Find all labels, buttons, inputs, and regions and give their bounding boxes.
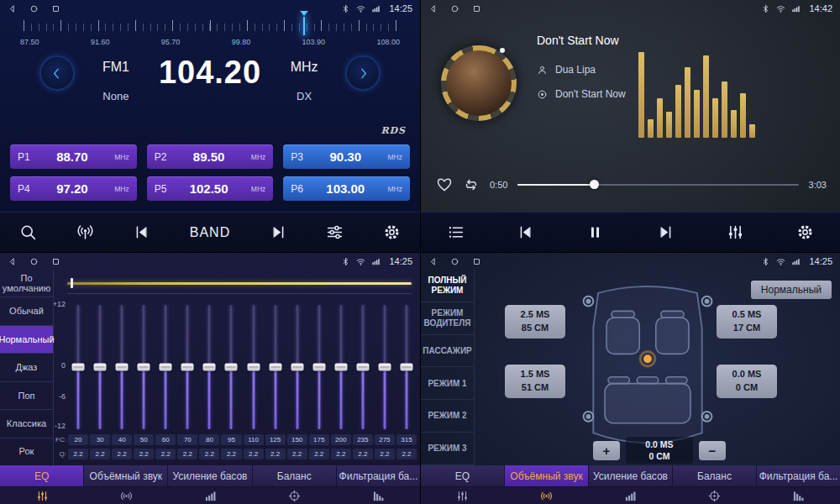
- eq-band-slider[interactable]: [133, 305, 155, 429]
- frequency-ruler[interactable]: [24, 20, 396, 35]
- eq-master-slider[interactable]: [67, 278, 412, 288]
- seek-down-button[interactable]: [41, 57, 73, 89]
- settings-gear-icon[interactable]: [383, 223, 401, 241]
- next-track-icon[interactable]: [270, 223, 287, 241]
- eq-band-slider[interactable]: [176, 305, 198, 429]
- recents-icon[interactable]: [51, 4, 60, 13]
- broadcast-icon[interactable]: [76, 223, 94, 241]
- progress-knob[interactable]: [590, 180, 599, 189]
- home-icon[interactable]: [450, 257, 459, 266]
- album-ring-marker: [500, 48, 505, 53]
- eq-preset-jazz[interactable]: Джаз: [0, 354, 53, 381]
- delay-decrease-button[interactable]: −: [699, 441, 726, 460]
- tab-icon-cell[interactable]: [505, 487, 589, 504]
- tab-bass-boost[interactable]: Усиление басов: [168, 465, 252, 486]
- clock: 14:25: [809, 256, 832, 266]
- preset-button-p4[interactable]: P4 97.20 MHz: [10, 176, 137, 201]
- favorite-heart-icon[interactable]: [436, 176, 453, 193]
- artist-row: Dua Lipa: [537, 64, 596, 76]
- home-icon[interactable]: [29, 257, 39, 266]
- eq-band-slider[interactable]: [155, 305, 176, 429]
- tab-surround[interactable]: Объёмный звук: [84, 465, 168, 486]
- preset-button-p1[interactable]: P1 88.70 MHz: [10, 144, 137, 169]
- tab-icon-cell[interactable]: [168, 487, 252, 504]
- eq-band-slider[interactable]: [374, 305, 396, 429]
- tab-balance[interactable]: Баланс: [253, 465, 337, 486]
- pause-icon[interactable]: [586, 223, 604, 241]
- eq-band-slider[interactable]: [352, 305, 374, 429]
- tune-sliders-icon[interactable]: [326, 223, 344, 241]
- preset-button-p3[interactable]: P3 90.30 MHz: [283, 144, 410, 169]
- tab-filtering[interactable]: Фильтрация ба...: [337, 465, 420, 486]
- mode-passenger[interactable]: ПАССАЖИР: [421, 335, 474, 368]
- mode-driver[interactable]: РЕЖИМ ВОДИТЕЛЯ: [421, 302, 474, 335]
- recents-icon[interactable]: [472, 257, 481, 266]
- sound-profile-button[interactable]: Нормальный: [751, 281, 832, 299]
- eq-band-slider[interactable]: [308, 305, 330, 429]
- mode-3[interactable]: РЕЖИМ 3: [421, 433, 474, 465]
- tab-eq[interactable]: EQ: [0, 465, 84, 486]
- eq-preset-classic[interactable]: Классика: [0, 410, 53, 438]
- delay-rear-right-button[interactable]: 0.0 MS 0 CM: [717, 365, 777, 398]
- settings-gear-icon[interactable]: [796, 223, 814, 241]
- tab-icon-cell[interactable]: [756, 487, 840, 504]
- repeat-icon[interactable]: [463, 176, 480, 193]
- seek-up-button[interactable]: [347, 57, 379, 89]
- eq-band-slider[interactable]: [286, 305, 308, 429]
- tab-icon-cell[interactable]: [589, 487, 673, 504]
- mode-full[interactable]: ПОЛНЫЙ РЕЖИМ: [421, 270, 474, 302]
- eq-preset-custom[interactable]: Обычай: [0, 297, 53, 325]
- eq-band-slider[interactable]: [330, 305, 352, 429]
- previous-track-icon[interactable]: [517, 223, 534, 241]
- recents-icon[interactable]: [51, 257, 60, 266]
- tab-balance[interactable]: Баланс: [673, 465, 757, 486]
- eq-preset-normal[interactable]: Нормальный: [0, 326, 53, 354]
- back-icon[interactable]: [8, 4, 17, 13]
- back-icon[interactable]: [428, 4, 438, 13]
- eq-band-slider[interactable]: [220, 305, 242, 429]
- back-icon[interactable]: [8, 257, 17, 266]
- search-icon[interactable]: [19, 223, 37, 241]
- next-track-icon[interactable]: [657, 223, 675, 241]
- mode-1[interactable]: РЕЖИМ 1: [421, 367, 474, 400]
- back-icon[interactable]: [428, 257, 438, 266]
- eq-fc-value: 275: [375, 434, 395, 445]
- eq-band-slider[interactable]: [111, 305, 133, 429]
- preset-button-p5[interactable]: P5 102.50 MHz: [147, 176, 274, 201]
- eq-band-slider[interactable]: [243, 305, 265, 429]
- home-icon[interactable]: [29, 4, 39, 13]
- equalizer-icon[interactable]: [727, 223, 744, 241]
- mode-2[interactable]: РЕЖИМ 2: [421, 400, 474, 433]
- playlist-icon[interactable]: [447, 223, 465, 241]
- preset-button-p2[interactable]: P2 89.50 MHz: [147, 144, 274, 169]
- tab-bass-boost[interactable]: Усиление басов: [589, 465, 673, 486]
- delay-front-left-button[interactable]: 2.5 MS 85 CM: [505, 305, 565, 339]
- tab-icon-cell[interactable]: [672, 487, 756, 504]
- previous-track-icon[interactable]: [133, 223, 150, 241]
- delay-increase-button[interactable]: +: [593, 441, 620, 460]
- band-button[interactable]: BAND: [190, 225, 230, 240]
- eq-band-slider[interactable]: [198, 305, 220, 429]
- tab-icon-cell[interactable]: [0, 487, 84, 504]
- eq-band-slider[interactable]: [265, 305, 286, 429]
- delay-front-right-button[interactable]: 0.5 MS 17 CM: [717, 305, 777, 339]
- eq-preset-pop[interactable]: Поп: [0, 382, 53, 410]
- tab-icon-cell[interactable]: [421, 487, 505, 504]
- eq-band-slider[interactable]: [396, 305, 417, 429]
- tab-icon-cell[interactable]: [336, 487, 420, 504]
- eq-preset-rock[interactable]: Рок: [0, 438, 53, 465]
- tab-eq[interactable]: EQ: [421, 465, 505, 486]
- eq-band-slider[interactable]: [67, 305, 89, 429]
- eq-preset-default[interactable]: По умолчанию: [0, 270, 53, 297]
- delay-rear-left-button[interactable]: 1.5 MS 51 CM: [505, 365, 565, 398]
- tab-icon-cell[interactable]: [84, 487, 168, 504]
- eq-band-slider[interactable]: [89, 305, 111, 429]
- preset-button-p6[interactable]: P6 103.00 MHz: [283, 176, 410, 201]
- seek-bar[interactable]: [517, 179, 798, 191]
- tab-filtering[interactable]: Фильтрация ба...: [757, 465, 840, 486]
- home-icon[interactable]: [450, 4, 459, 13]
- tab-icon-cell[interactable]: [252, 487, 336, 504]
- eq-master-slider-handle[interactable]: [71, 278, 73, 288]
- recents-icon[interactable]: [472, 4, 481, 13]
- tab-surround[interactable]: Объёмный звук: [505, 465, 589, 486]
